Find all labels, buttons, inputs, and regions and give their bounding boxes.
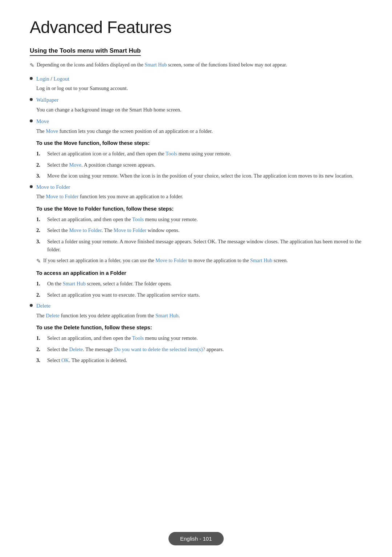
smart-hub-link-delete[interactable]: Smart Hub — [155, 313, 178, 318]
move-to-folder-label: Move to Folder — [36, 183, 70, 191]
move-to-folder-subheading: To use the Move to Folder function, foll… — [36, 206, 362, 212]
mtf-link-2a[interactable]: Move to Folder — [69, 227, 101, 233]
move-link-2[interactable]: Move — [69, 162, 81, 168]
move-link-inline[interactable]: Move — [46, 128, 58, 134]
bullet-dot — [30, 98, 33, 101]
bullet-dot — [30, 77, 33, 80]
smart-hub-link-note2[interactable]: Smart Hub — [250, 258, 272, 263]
delete-label: Delete — [36, 302, 50, 310]
ok-link[interactable]: OK — [61, 357, 69, 363]
del-step-3: 3. Select OK. The application is deleted… — [36, 356, 362, 364]
delete-description: The Delete function lets you delete appl… — [36, 312, 362, 320]
move-to-folder-description: The Move to Folder function lets you mov… — [36, 192, 362, 200]
tools-link-1[interactable]: Tools — [166, 151, 177, 156]
access-folder-steps-list: 1. On the Smart Hub screen, select a fol… — [36, 280, 362, 299]
bullet-delete: Delete The Delete function lets you dele… — [30, 302, 362, 364]
move-subheading: To use the Move function, follow these s… — [36, 140, 362, 146]
logout-link[interactable]: Logout — [54, 76, 69, 82]
login-logout-description: Log in or log out to your Samsung accoun… — [36, 84, 362, 92]
tools-link-2[interactable]: Tools — [132, 216, 144, 222]
bullet-move-to-folder: Move to Folder The Move to Folder functi… — [30, 183, 362, 299]
delete-steps-list: 1. Select an application, and then open … — [36, 334, 362, 364]
del-step-2: 2. Select the Delete. The message Do you… — [36, 345, 362, 353]
mtf-step-2: 2. Select the Move to Folder. The Move t… — [36, 226, 362, 234]
move-label: Move — [36, 117, 49, 126]
mtf-step-3: 3. Select a folder using your remote. A … — [36, 237, 362, 254]
main-bullet-list: Login / Logout Log in or log out to your… — [30, 75, 362, 365]
move-step-1: 1. Select an application icon or a folde… — [36, 150, 362, 158]
move-step-3: 3. Move the icon using your remote. When… — [36, 172, 362, 180]
bullet-dot — [30, 304, 33, 307]
bullet-wallpaper: Wallpaper You can change a background im… — [30, 96, 362, 114]
move-step-2: 2. Select the Move. A position change sc… — [36, 161, 362, 169]
smart-hub-link-note[interactable]: Smart Hub — [144, 62, 167, 68]
mtf-link-2b[interactable]: Move to Folder — [114, 227, 146, 233]
tools-link-3[interactable]: Tools — [132, 335, 144, 341]
move-link[interactable]: Move — [36, 118, 49, 124]
delete-subheading: To use the Delete function, follow these… — [36, 325, 362, 330]
delete-message: Do you want to delete the selected item(… — [114, 346, 205, 352]
wallpaper-description: You can change a background image on the… — [36, 106, 362, 114]
page-title: Advanced Features — [30, 17, 362, 37]
page-footer: English - 101 — [168, 532, 224, 545]
move-steps-list: 1. Select an application icon or a folde… — [36, 150, 362, 180]
move-to-folder-steps-list: 1. Select an application, and then open … — [36, 215, 362, 254]
af-step-1: 1. On the Smart Hub screen, select a fol… — [36, 280, 362, 288]
move-to-folder-link-inline[interactable]: Move to Folder — [46, 194, 78, 199]
delete-link-inline[interactable]: Delete — [46, 313, 60, 318]
del-step-1: 1. Select an application, and then open … — [36, 334, 362, 342]
access-folder-subheading: To access an application in a Folder — [36, 270, 362, 276]
wallpaper-link[interactable]: Wallpaper — [36, 97, 58, 103]
wallpaper-label: Wallpaper — [36, 96, 58, 104]
login-link[interactable]: Login — [36, 76, 49, 82]
bullet-dot — [30, 119, 33, 122]
bullet-dot — [30, 185, 33, 188]
note-icon-2: ✎ — [36, 257, 41, 265]
move-to-folder-link[interactable]: Move to Folder — [36, 184, 70, 190]
bullet-login-logout: Login / Logout Log in or log out to your… — [30, 75, 362, 93]
mtf-step-1: 1. Select an application, and then open … — [36, 215, 362, 223]
section-heading: Using the Tools menu with Smart Hub — [30, 47, 141, 56]
bullet-move: Move The Move function lets you change t… — [30, 117, 362, 180]
delete-link-2[interactable]: Delete — [69, 346, 83, 352]
mtf-note: ✎ If you select an application in a fold… — [36, 257, 362, 265]
af-step-2: 2. Select an application you want to exe… — [36, 291, 362, 299]
note-icon: ✎ — [30, 61, 34, 70]
smart-hub-link-af[interactable]: Smart Hub — [63, 281, 86, 286]
mtf-link-note[interactable]: Move to Folder — [155, 258, 187, 263]
move-description: The Move function lets you change the sc… — [36, 127, 362, 135]
login-logout-label: Login / Logout — [36, 75, 69, 83]
delete-link[interactable]: Delete — [36, 303, 50, 309]
note-text: Depending on the icons and folders displ… — [37, 61, 287, 69]
section-note: ✎ Depending on the icons and folders dis… — [30, 61, 362, 70]
